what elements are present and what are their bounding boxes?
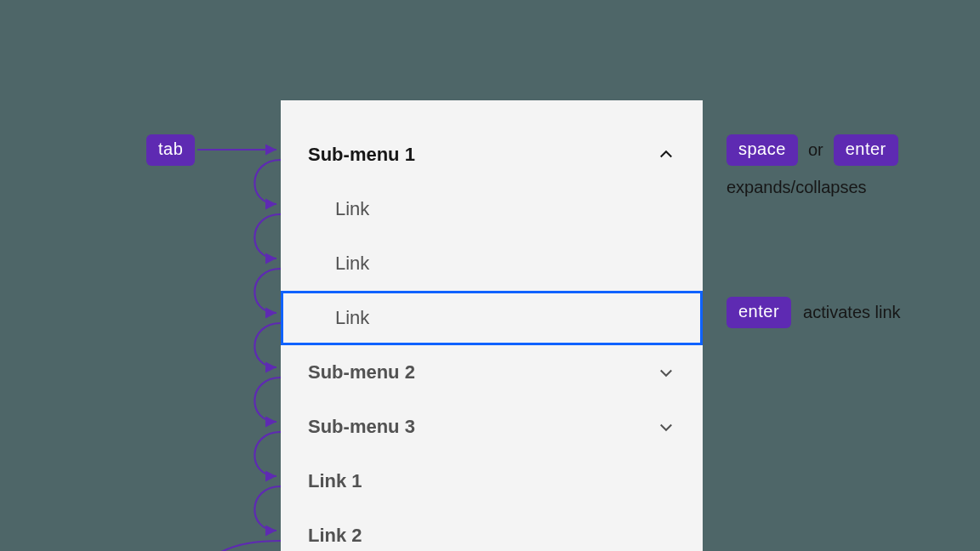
submenu-1-link-1[interactable]: Link — [281, 236, 703, 291]
annotation-expand-collapse: space or enter expands/collapses — [726, 134, 898, 197]
link-1-label: Link 1 — [308, 470, 362, 492]
link-1[interactable]: Link 1 — [281, 454, 703, 508]
submenu-3-header[interactable]: Sub-menu 3 — [281, 400, 703, 454]
space-keycap: space — [726, 134, 798, 166]
submenu-1-link-0[interactable]: Link — [281, 182, 703, 236]
tab-keycap: tab — [146, 134, 195, 166]
activates-link-text: activates link — [803, 303, 901, 322]
submenu-1-label: Sub-menu 1 — [308, 144, 415, 166]
annotation-activates-link: enter activates link — [726, 297, 901, 328]
link-label: Link — [335, 307, 369, 329]
enter-keycap-2: enter — [726, 297, 791, 328]
menu-panel: Sub-menu 1 Link Link Link Sub-menu 2 Sub… — [281, 100, 703, 551]
annotation-key-row: space or enter — [726, 134, 898, 166]
chevron-down-icon — [657, 418, 675, 436]
submenu-1-header[interactable]: Sub-menu 1 — [281, 128, 703, 182]
link-label: Link — [335, 253, 369, 275]
submenu-1-link-2-focused[interactable]: Link — [281, 291, 703, 345]
enter-keycap: enter — [834, 134, 898, 166]
link-2[interactable]: Link 2 — [281, 508, 703, 551]
link-2-label: Link 2 — [308, 525, 362, 547]
chevron-up-icon — [657, 145, 675, 164]
submenu-2-label: Sub-menu 2 — [308, 361, 415, 383]
submenu-2-header[interactable]: Sub-menu 2 — [281, 345, 703, 400]
expand-collapse-text: expands/collapses — [726, 178, 898, 197]
link-label: Link — [335, 198, 369, 220]
submenu-3-label: Sub-menu 3 — [308, 416, 415, 438]
chevron-down-icon — [657, 363, 675, 382]
or-text: or — [808, 140, 823, 160]
